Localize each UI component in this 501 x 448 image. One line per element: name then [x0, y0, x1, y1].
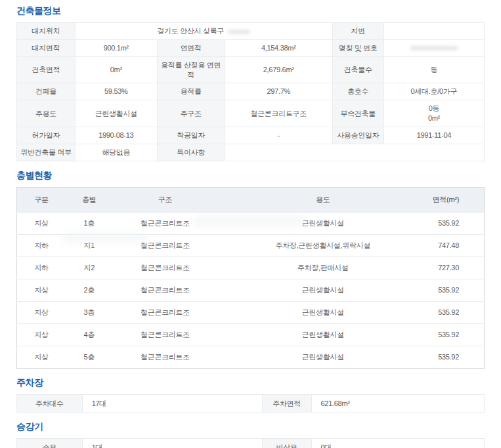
permit-date-label: 허가일자	[17, 127, 76, 144]
parking-table: 주차대수 17대 주차면적 621.68m²	[16, 394, 485, 413]
floor-structure: 철근콘크리트조	[112, 346, 217, 368]
floor-area: 535.92	[428, 212, 484, 234]
main-use-label: 주용도	[17, 100, 76, 127]
attached-building-count: 0동	[387, 104, 481, 113]
site-location-value: 경기도 안산시 상록구	[76, 23, 333, 40]
header-floor: 층별	[66, 187, 112, 212]
building-info-title: 건축물정보	[16, 5, 485, 17]
floor-category: 지하	[17, 256, 66, 279]
floor-use: 주차장,판매시설	[218, 256, 428, 279]
building-area-label: 건축면적	[17, 56, 76, 83]
floor-level: 4층	[66, 323, 112, 346]
floor-category: 지상	[17, 212, 66, 234]
floor-use: 근린생활시설	[218, 212, 428, 234]
floor-category: 지상	[17, 323, 66, 346]
row-coverage-ratio: 건폐율 59.53% 용적률 297.7% 총호수 0세대.호/0가구	[17, 83, 485, 100]
floor-row: 지상 1층 철근콘크리트조 근린생활시설 535.92	[17, 212, 485, 234]
permit-date-value: 1990-08-13	[76, 127, 158, 144]
building-info-table: 대지위치 경기도 안산시 상록구 지번 대지면적 900.1m² 연면적 4,1…	[16, 22, 485, 161]
main-use-value: 근린생활시설	[76, 100, 158, 127]
parking-area-label: 주차면적	[262, 394, 311, 412]
violation-label: 위반건축물 여부	[17, 144, 76, 161]
far-calc-area-label: 용적률 산정용 연면적	[157, 56, 225, 83]
floor-area: 727.30	[428, 256, 484, 279]
floor-structure: 철근콘크리트조	[112, 301, 217, 323]
name-number-label: 명칭 및 번호	[332, 39, 383, 56]
parking-title: 주차장	[16, 377, 485, 389]
redacted-name-number	[410, 46, 458, 51]
unit-count-value: 0세대.호/0가구	[383, 83, 484, 100]
row-permit-date: 허가일자 1990-08-13 착공일자 - 사용승인일자 1991-11-04	[17, 127, 485, 144]
floor-level: 1층	[66, 212, 112, 234]
main-structure-value: 철근콘크리트구조	[225, 100, 332, 127]
floor-row: 지하 지2 철근콘크리트조 주차장,판매시설 727.30	[17, 256, 485, 279]
floor-area: 535.92	[428, 346, 484, 368]
header-use: 용도	[218, 187, 428, 212]
row-site-area: 대지면적 900.1m² 연면적 4,154.38m² 명칭 및 번호	[17, 39, 485, 56]
coverage-ratio-label: 건폐율	[17, 83, 76, 100]
floor-structure: 철근콘크리트조	[112, 234, 217, 256]
row-violation: 위반건축물 여부 해당없음 특이사항	[17, 144, 485, 161]
building-count-label: 건축물수	[332, 56, 383, 83]
parking-count-value: 17대	[82, 394, 262, 412]
floor-area: 535.92	[428, 301, 484, 323]
floor-use: 근린생활시설	[218, 323, 428, 346]
header-category: 구분	[17, 187, 66, 212]
elevator-emergency-label: 비상용	[262, 438, 311, 448]
floor-structure: 철근콘크리트조	[112, 279, 217, 301]
main-structure-label: 주구조	[157, 100, 225, 127]
floor-area: 535.92	[428, 323, 484, 346]
parking-row: 주차대수 17대 주차면적 621.68m²	[17, 394, 485, 412]
far-calc-area-value: 2,679.6m²	[225, 56, 332, 83]
approval-date-label: 사용승인일자	[332, 127, 383, 144]
floor-row: 지하 지1 철근콘크리트조 주차장,근린생활시설,위락시설 747.48	[17, 234, 485, 256]
floor-level: 2층	[66, 279, 112, 301]
construction-start-value: -	[225, 127, 332, 144]
site-location-text: 경기도 안산시 상록구	[157, 27, 224, 35]
elevator-passenger-label: 승용	[17, 438, 83, 448]
header-area: 면적(m²)	[428, 187, 484, 212]
floor-use: 근린생활시설	[218, 346, 428, 368]
floor-category: 지상	[17, 346, 66, 368]
section-building-info: 건축물정보 대지위치 경기도 안산시 상록구 지번 대지면적 900.1m²	[16, 5, 485, 161]
floor-area-ratio-label: 용적률	[157, 83, 225, 100]
violation-value: 해당없음	[76, 144, 158, 161]
floor-level: 지1	[66, 234, 112, 256]
section-elevator: 승강기 승용 1대 비상용 0대	[16, 421, 485, 448]
lot-number-value	[383, 23, 484, 40]
elevator-emergency-value: 0대	[311, 438, 484, 448]
floor-row: 지상 4층 철근콘크리트조 근린생활시설 535.92	[17, 323, 485, 346]
coverage-ratio-value: 59.53%	[76, 83, 158, 100]
floor-category: 지상	[17, 279, 66, 301]
row-main-use: 주용도 근린생활시설 주구조 철근콘크리트구조 부속건축물 0동 0m²	[17, 100, 485, 127]
floor-structure: 철근콘크리트조	[112, 256, 217, 279]
attached-building-value: 0동 0m²	[383, 100, 484, 127]
special-notes-label: 특이사항	[157, 144, 225, 161]
floor-use: 근린생활시설	[218, 279, 428, 301]
elevator-row: 승용 1대 비상용 0대	[17, 438, 485, 448]
attached-building-label: 부속건축물	[332, 100, 383, 127]
floor-level: 3층	[66, 301, 112, 323]
section-parking: 주차장 주차대수 17대 주차면적 621.68m²	[16, 377, 485, 413]
floor-use: 근린생활시설	[218, 301, 428, 323]
parking-count-label: 주차대수	[17, 394, 83, 412]
elevator-passenger-value: 1대	[82, 438, 262, 448]
floor-area: 747.48	[428, 234, 484, 256]
lot-number-label: 지번	[332, 23, 383, 40]
site-area-label: 대지면적	[17, 39, 76, 56]
unit-count-label: 총호수	[332, 83, 383, 100]
floor-structure: 철근콘크리트조	[112, 212, 217, 234]
floor-category: 지하	[17, 234, 66, 256]
floor-category: 지상	[17, 301, 66, 323]
floor-row: 지상 2층 철근콘크리트조 근린생활시설 535.92	[17, 279, 485, 301]
floor-row: 지상 5층 철근콘크리트조 근린생활시설 535.92	[17, 346, 485, 368]
floor-status-table: 구분 층별 구조 용도 면적(m²) 지상 1층 철근콘크리트조 근린생활시설 …	[16, 187, 485, 369]
elevator-table: 승용 1대 비상용 0대	[16, 438, 485, 448]
content-container: 건축물정보 대지위치 경기도 안산시 상록구 지번 대지면적 900.1m²	[16, 0, 485, 448]
total-floor-area-value: 4,154.38m²	[225, 39, 332, 56]
building-count-value: 동	[383, 56, 484, 83]
site-area-value: 900.1m²	[76, 39, 158, 56]
building-register-page: 건축물정보 대지위치 경기도 안산시 상록구 지번 대지면적 900.1m²	[0, 0, 501, 448]
name-number-value	[383, 39, 484, 56]
attached-building-area: 0m²	[387, 113, 481, 123]
